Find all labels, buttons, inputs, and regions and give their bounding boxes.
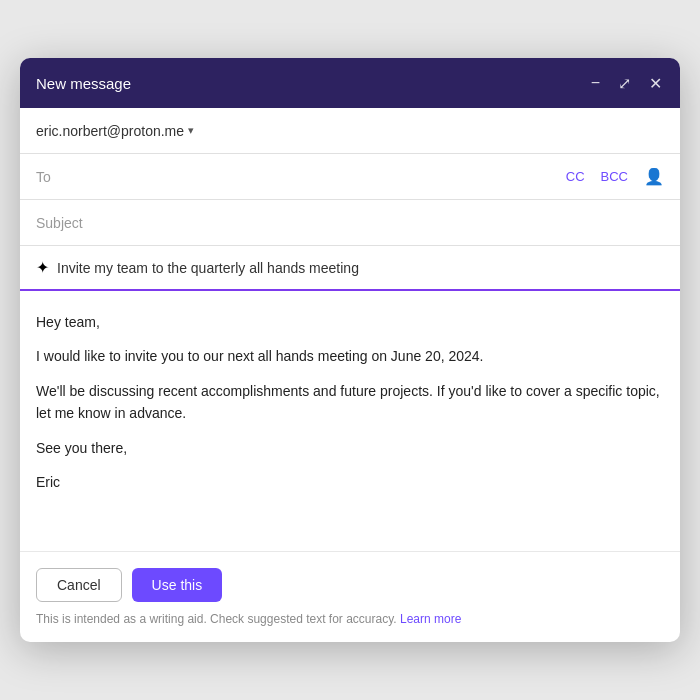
- sender-field[interactable]: eric.norbert@proton.me ▾: [36, 123, 664, 139]
- signature: Eric: [36, 471, 664, 493]
- modal-title: New message: [36, 75, 131, 92]
- sender-email: eric.norbert@proton.me ▾: [36, 123, 194, 139]
- prompt-row: ✦ Invite my team to the quarterly all ha…: [20, 246, 680, 291]
- modal-header: New message − ⤢ ✕: [20, 58, 680, 108]
- learn-more-link[interactable]: Learn more: [400, 612, 461, 626]
- to-row: To CC BCC 👤: [20, 154, 680, 200]
- body-line2: We'll be discussing recent accomplishmen…: [36, 380, 664, 425]
- footer-buttons: Cancel Use this: [36, 568, 664, 602]
- to-label[interactable]: To: [36, 169, 562, 185]
- expand-button[interactable]: ⤢: [616, 72, 633, 95]
- cancel-button[interactable]: Cancel: [36, 568, 122, 602]
- subject-input[interactable]: Subject: [36, 215, 664, 231]
- prompt-text: Invite my team to the quarterly all hand…: [57, 260, 359, 276]
- use-this-button[interactable]: Use this: [132, 568, 223, 602]
- to-field: To CC BCC 👤: [36, 167, 664, 186]
- message-body: Hey team, I would like to invite you to …: [20, 291, 680, 551]
- modal-footer: Cancel Use this This is intended as a wr…: [20, 551, 680, 642]
- cc-button[interactable]: CC: [562, 167, 589, 186]
- header-actions: − ⤢ ✕: [589, 72, 664, 95]
- greeting: Hey team,: [36, 311, 664, 333]
- sender-row: eric.norbert@proton.me ▾: [20, 108, 680, 154]
- disclaimer: This is intended as a writing aid. Check…: [36, 612, 664, 626]
- ai-icon: ✦: [36, 258, 49, 277]
- subject-row[interactable]: Subject: [20, 200, 680, 246]
- minimize-button[interactable]: −: [589, 72, 602, 94]
- sign-off: See you there,: [36, 437, 664, 459]
- compose-modal: New message − ⤢ ✕ eric.norbert@proton.me…: [20, 58, 680, 642]
- bcc-button[interactable]: BCC: [597, 167, 632, 186]
- add-contact-icon[interactable]: 👤: [644, 167, 664, 186]
- body-line1: I would like to invite you to our next a…: [36, 345, 664, 367]
- sender-dropdown-icon[interactable]: ▾: [188, 124, 194, 137]
- compose-area: eric.norbert@proton.me ▾ To CC BCC 👤 Sub…: [20, 108, 680, 551]
- disclaimer-text: This is intended as a writing aid. Check…: [36, 612, 397, 626]
- close-button[interactable]: ✕: [647, 72, 664, 95]
- cc-bcc-actions: CC BCC 👤: [562, 167, 664, 186]
